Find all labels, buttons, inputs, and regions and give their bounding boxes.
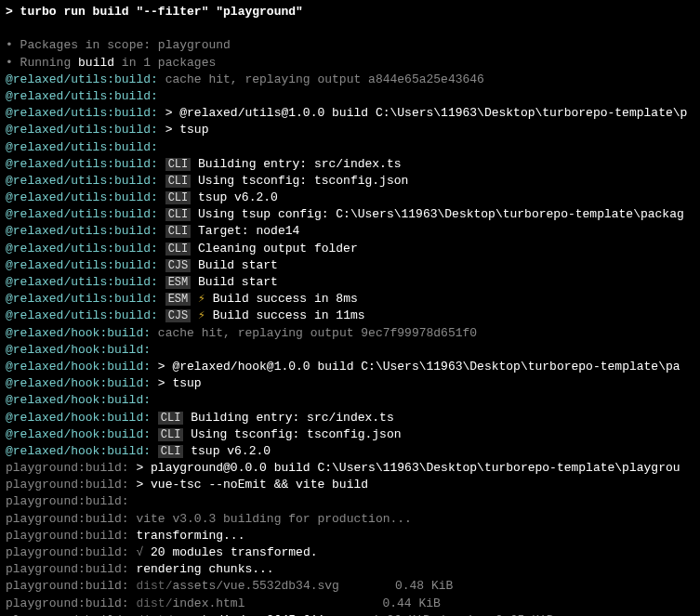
hook-pkg-build: @relaxed/hook:build: > @relaxed/hook@1.0… xyxy=(6,359,694,375)
terminal-output: > turbo run build "--filter" "playground… xyxy=(6,4,694,616)
utils-cjs-start: @relaxed/utils:build: CJS Build start xyxy=(6,257,694,274)
hook-line: @relaxed/hook:build: xyxy=(6,392,694,409)
scope-packages: Packages in scope: playground xyxy=(6,37,694,54)
bolt-icon: ⚡ xyxy=(198,308,205,322)
utils-esm-success: @relaxed/utils:build: ESM ⚡ Build succes… xyxy=(6,291,694,308)
utils-cli-tsconfig: @relaxed/utils:build: CLI Using tsconfig… xyxy=(6,173,694,190)
utils-cli-target: @relaxed/utils:build: CLI Target: node14 xyxy=(6,223,694,240)
playground-line: playground:build: xyxy=(6,493,694,510)
playground-file-0: playground:build: dist/assets/vue.5532db… xyxy=(6,578,694,595)
hook-cli-version: @relaxed/hook:build: CLI tsup v6.2.0 xyxy=(6,443,694,460)
utils-esm-start: @relaxed/utils:build: ESM Build start xyxy=(6,274,694,291)
utils-pkg-build: @relaxed/utils:build: > @relaxed/utils@1… xyxy=(6,105,694,122)
hook-cli-entry: @relaxed/hook:build: CLI Building entry:… xyxy=(6,410,694,426)
playground-vite-version: playground:build: vite v3.0.3 building f… xyxy=(6,511,694,528)
utils-cjs-success: @relaxed/utils:build: CJS ⚡ Build succes… xyxy=(6,308,694,324)
hook-cache-hit: @relaxed/hook:build: cache hit, replayin… xyxy=(6,325,694,342)
utils-cli-clean: @relaxed/utils:build: CLI Cleaning outpu… xyxy=(6,241,694,257)
utils-line: @relaxed/utils:build: xyxy=(6,88,694,105)
playground-vue-tsc: playground:build: > vue-tsc --noEmit && … xyxy=(6,477,694,493)
playground-rendering: playground:build: rendering chunks... xyxy=(6,561,694,578)
utils-cli-entry: @relaxed/utils:build: CLI Building entry… xyxy=(6,156,694,173)
hook-line: @relaxed/hook:build: xyxy=(6,342,694,359)
utils-cli-config: @relaxed/utils:build: CLI Using tsup con… xyxy=(6,206,694,223)
utils-line: @relaxed/utils:build: xyxy=(6,139,694,156)
bolt-icon: ⚡ xyxy=(198,292,205,306)
playground-transformed: playground:build: √ 20 modules transform… xyxy=(6,544,694,561)
command-line: > turbo run build "--filter" "playground… xyxy=(6,4,694,20)
blank-line xyxy=(6,20,694,37)
playground-pkg-build: playground:build: > playground@0.0.0 bui… xyxy=(6,460,694,477)
playground-file-1: playground:build: dist/index.html0.44 Ki… xyxy=(6,596,694,612)
utils-cache-hit: @relaxed/utils:build: cache hit, replayi… xyxy=(6,72,694,88)
hook-tsup: @relaxed/hook:build: > tsup xyxy=(6,375,694,392)
playground-transforming: playground:build: transforming... xyxy=(6,528,694,544)
utils-tsup: @relaxed/utils:build: > tsup xyxy=(6,122,694,138)
playground-file-2: playground:build: dist/assets/index.2645… xyxy=(6,612,694,616)
hook-cli-tsconfig: @relaxed/hook:build: CLI Using tsconfig:… xyxy=(6,426,694,443)
scope-running: Running build in 1 packages xyxy=(6,55,694,72)
utils-cli-version: @relaxed/utils:build: CLI tsup v6.2.0 xyxy=(6,190,694,206)
